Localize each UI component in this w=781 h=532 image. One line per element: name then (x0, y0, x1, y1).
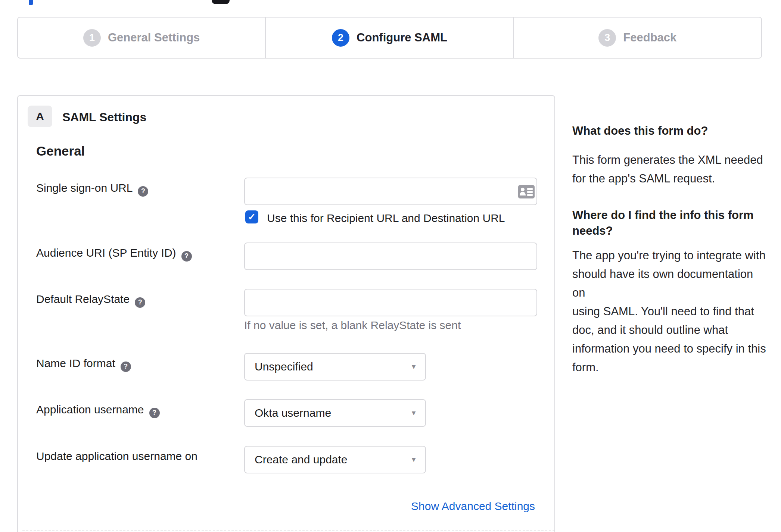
contact-card-icon (518, 185, 535, 200)
sidebar-answer-2: The app you're trying to integrate with … (572, 246, 766, 377)
recipient-url-checkbox-label: Use this for Recipient URL and Destinati… (267, 212, 505, 225)
step-label: Configure SAML (357, 31, 447, 44)
sso-url-label: Single sign-on URL? (36, 182, 148, 197)
chevron-down-icon: ▼ (410, 409, 417, 417)
update-username-label: Update application username on (36, 450, 197, 463)
general-group-heading: General (36, 144, 85, 159)
audience-uri-label: Audience URI (SP Entity ID)? (36, 247, 192, 262)
name-id-format-select[interactable]: Unspecified ▼ (244, 353, 426, 381)
app-username-label: Application username? (36, 403, 160, 418)
relay-state-hint: If no value is set, a blank RelayState i… (244, 319, 461, 332)
recipient-url-checkbox[interactable]: ✓ (245, 210, 258, 223)
chevron-down-icon: ▼ (410, 363, 417, 371)
help-icon[interactable]: ? (135, 297, 145, 308)
step-feedback[interactable]: 3 Feedback (513, 18, 761, 58)
update-username-select[interactable]: Create and update ▼ (244, 446, 426, 473)
step-number-badge: 3 (598, 29, 616, 47)
cropped-title-fragment-blue (29, 0, 33, 5)
wizard-stepper: 1 General Settings 2 Configure SAML 3 Fe… (17, 17, 762, 59)
help-icon[interactable]: ? (138, 186, 148, 197)
step-label: Feedback (623, 31, 676, 44)
section-a-badge: A (28, 106, 52, 127)
section-title: SAML Settings (62, 110, 146, 124)
step-number-badge: 1 (83, 29, 101, 47)
step-number-badge: 2 (332, 29, 349, 47)
selected-value: Unspecified (255, 360, 313, 373)
saml-settings-panel: A SAML Settings General Single sign-on U… (17, 95, 555, 532)
dashed-section-divider (22, 531, 555, 531)
selected-value: Okta username (255, 407, 331, 419)
app-username-select[interactable]: Okta username ▼ (244, 399, 426, 427)
step-general-settings[interactable]: 1 General Settings (18, 18, 265, 58)
relay-state-input[interactable] (244, 289, 537, 316)
step-configure-saml[interactable]: 2 Configure SAML (265, 18, 513, 58)
audience-uri-input[interactable] (244, 242, 537, 270)
selected-value: Create and update (255, 453, 348, 466)
step-label: General Settings (108, 31, 200, 44)
sidebar-question-2: Where do I find the info this form needs… (572, 207, 766, 239)
relay-state-label: Default RelayState? (36, 293, 145, 308)
sidebar-answer-1: This form generates the XML needed for t… (572, 151, 766, 188)
sidebar-question-1: What does this form do? (572, 123, 766, 139)
cropped-logo-fragment (212, 0, 230, 4)
help-icon[interactable]: ? (149, 408, 160, 418)
help-sidebar: What does this form do? This form genera… (572, 123, 766, 377)
help-icon[interactable]: ? (121, 362, 131, 372)
show-advanced-settings-link[interactable]: Show Advanced Settings (411, 500, 535, 513)
name-id-format-label: Name ID format? (36, 357, 131, 372)
help-icon[interactable]: ? (181, 251, 192, 262)
sso-url-input[interactable] (244, 178, 537, 205)
chevron-down-icon: ▼ (410, 456, 417, 464)
